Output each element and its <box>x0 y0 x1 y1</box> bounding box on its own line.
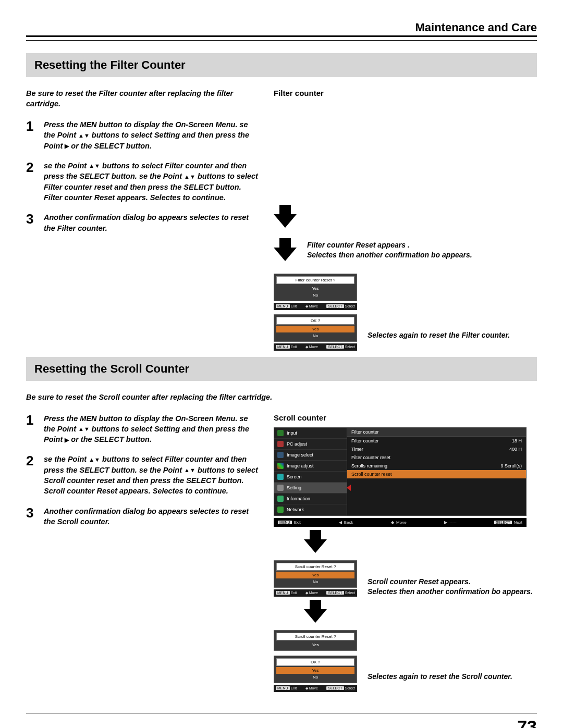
dialog-scroll-reset: Scroll counter Reset ? Yes No <box>274 560 357 588</box>
filter-caption-1: Filter counter Reset appears . Selectes … <box>307 240 472 260</box>
filter-intro: Be sure to reset the Filter counter afte… <box>26 89 258 109</box>
menu-label: MENU <box>276 591 290 595</box>
footer-rule <box>26 713 537 713</box>
dialog-title: Scroll counter Reset ? <box>276 563 354 571</box>
step-text: se the Point ▲▼ buttons to select Filter… <box>44 161 258 203</box>
step-number: 2 <box>26 161 38 203</box>
gear-icon <box>277 485 284 491</box>
dialog-option-no: No <box>276 292 354 299</box>
t: Select <box>345 591 355 595</box>
osd-row: Filter counter18 H <box>347 437 526 445</box>
t: Exit <box>291 686 297 690</box>
t: Next <box>514 520 522 525</box>
osd-submenu-header: Filter counter <box>347 428 526 437</box>
t: Move <box>396 520 407 525</box>
menu-item-information: Information <box>274 493 347 504</box>
dialog-option-no: No <box>276 578 354 585</box>
dialog-ok-2: OK ? Yes No <box>274 656 357 683</box>
dialog-option-no: No <box>276 674 354 681</box>
osd-row: Scrolls remaining9 Scroll(s) <box>347 462 526 470</box>
step-number: 3 <box>26 506 38 527</box>
t: 9 Scroll(s) <box>500 463 522 468</box>
header-thick-rule <box>26 35 537 37</box>
scroll-step-3: 3 Another confirmation dialog bo appears… <box>26 506 258 527</box>
updown-arrows-icon: ▲▼ <box>89 162 100 170</box>
t: Timer <box>351 447 363 452</box>
t: Filter counter <box>351 438 379 443</box>
step-number: 1 <box>26 119 38 151</box>
step-number: 3 <box>26 212 38 233</box>
t: Screen <box>287 474 302 479</box>
down-arrow-icon <box>274 248 297 261</box>
filter-fig-heading: Filter counter <box>274 89 537 97</box>
updown-arrows-icon: ▲▼ <box>184 466 195 474</box>
t: Select <box>345 686 355 690</box>
info-icon <box>277 496 284 502</box>
page-number: 73 <box>26 717 537 728</box>
menu-item-network: Network <box>274 504 347 515</box>
t: Move <box>309 591 318 595</box>
t: Information <box>287 496 310 501</box>
scroll-caption-1: Scroll counter Reset appears. Selectes t… <box>368 577 533 597</box>
dialog-nav-bar: MENU Exit ◆ Move SELECT Select <box>274 685 357 692</box>
down-arrow-icon <box>304 539 327 553</box>
updown-arrows-icon: ▲▼ <box>78 425 90 433</box>
pc-icon <box>277 441 284 447</box>
step-text: Another confirmation dialog bo appears s… <box>44 212 258 233</box>
t: Select <box>345 304 355 308</box>
t: Move <box>309 304 318 308</box>
t: or the SELECT button. <box>69 435 152 443</box>
dialog-nav-bar: MENU Exit ◆ Move SELECT Select <box>274 303 357 310</box>
t: Image adjust <box>287 463 314 468</box>
t: Exit <box>291 345 297 349</box>
t: Scroll counter reset <box>351 472 392 477</box>
dialog-option-yes: Yes <box>276 667 354 674</box>
t: Exit <box>291 304 297 308</box>
scroll-fig-heading: Scroll counter <box>274 413 537 422</box>
t: se the Point <box>44 162 89 170</box>
t: or the SELECT button. <box>69 142 152 150</box>
filter-step-3: 3 Another confirmation dialog bo appears… <box>26 212 258 233</box>
t: Move <box>309 686 318 690</box>
dialog-title: Scroll counter Reset ? <box>276 633 354 640</box>
section-bar-scroll: Resetting the Scroll Counter <box>26 357 537 381</box>
t: ----- <box>449 520 456 525</box>
t: Move <box>309 345 318 349</box>
screen-icon <box>277 474 284 480</box>
menu-item-input: Input <box>274 428 347 439</box>
network-icon <box>277 507 284 513</box>
scroll-caption-2: Selectes again to reset the Scroll count… <box>368 672 512 682</box>
section-bar-filter: Resetting the Filter Counter <box>26 53 537 77</box>
down-arrow-icon <box>274 214 297 228</box>
input-icon <box>277 430 284 436</box>
step-text: Press the MEN button to display the On-S… <box>44 413 258 445</box>
t: Filter counter reset <box>351 455 390 460</box>
menu-item-imgselect: Image select <box>274 450 347 461</box>
osd-row: Filter counter reset <box>347 453 526 462</box>
scroll-step-2: 2 se the Point ▲▼ buttons to select Filt… <box>26 454 258 496</box>
t: se the Point <box>44 455 89 463</box>
t: Scrolls remaining <box>351 463 387 468</box>
updown-arrows-icon: ▲▼ <box>89 456 100 464</box>
select-label: SELECT <box>326 591 344 595</box>
menu-item-imgadjust: Image adjust <box>274 461 347 472</box>
chapter-title: Maintenance and Care <box>26 21 537 34</box>
filter-caption-2: Selectes again to reset the Filter count… <box>368 330 510 340</box>
t: Input <box>287 430 297 436</box>
updown-arrows-icon: ▲▼ <box>184 173 195 181</box>
menu-label: MENU <box>276 686 290 690</box>
menu-item-pcadjust: PC adjust <box>274 439 347 450</box>
t: Image select <box>287 452 313 458</box>
step-text: se the Point ▲▼ buttons to select Filter… <box>44 454 258 496</box>
filter-step-1: 1 Press the MEN button to display the On… <box>26 119 258 151</box>
step-number: 2 <box>26 454 38 496</box>
osd-menu-left: Input PC adjust Image select Image adjus… <box>274 428 347 515</box>
image-select-icon <box>277 452 284 458</box>
osd-nav-bar: MENU Exit ◀ Back ◆ Move ▶ ----- SELECT N… <box>274 518 527 527</box>
dialog-option-yes: Yes <box>276 326 354 332</box>
filter-step-2: 2 se the Point ▲▼ buttons to select Filt… <box>26 161 258 203</box>
scroll-intro: Be sure to reset the Scroll counter afte… <box>26 392 308 403</box>
dialog-title: Filter counter Reset ? <box>276 276 354 284</box>
dialog-nav-bar: MENU Exit ◆ Move SELECT Select <box>274 589 357 597</box>
header-thin-rule <box>26 40 537 41</box>
